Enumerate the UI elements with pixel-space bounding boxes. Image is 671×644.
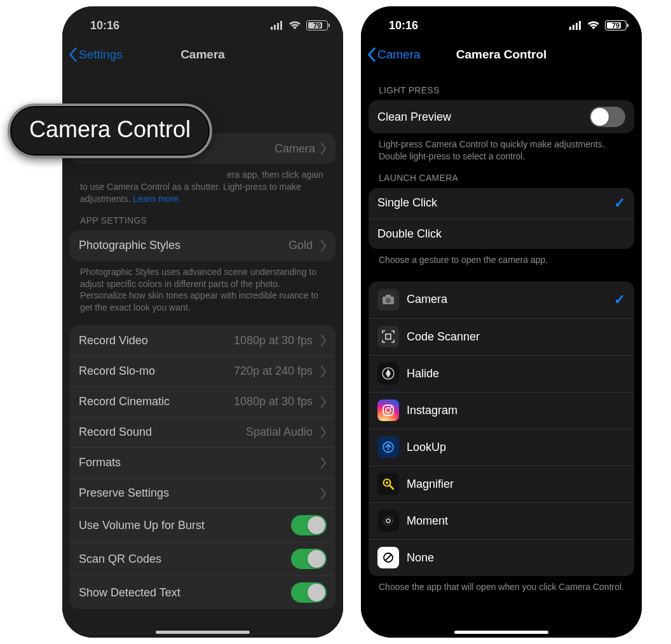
home-indicator: [156, 631, 250, 634]
svg-rect-3: [280, 21, 282, 30]
learn-more-link[interactable]: Learn more.: [133, 194, 180, 204]
app-row[interactable]: Magnifier: [369, 466, 634, 502]
right-phone: 10:16 79 Camera Camera Control: [361, 6, 642, 638]
back-label: Camera: [377, 48, 421, 62]
settings-row[interactable]: Preserve Settings: [70, 478, 336, 508]
settings-row[interactable]: Show Detected Text: [70, 575, 336, 609]
launch-footer: Choose a gesture to open the camera app.: [369, 249, 634, 266]
svg-point-15: [391, 406, 393, 408]
photographic-styles-row[interactable]: Photographic Styles Gold: [70, 231, 336, 261]
settings-row[interactable]: Use Volume Up for Burst: [70, 508, 336, 542]
row-label: Record Video: [79, 334, 226, 347]
cellular-icon: [271, 21, 283, 30]
svg-line-18: [390, 485, 393, 489]
callout-pill: Camera Control: [8, 104, 212, 158]
row-label: Code Scanner: [407, 330, 625, 344]
chevron-left-icon: [69, 48, 78, 62]
row-label: Single Click: [377, 196, 606, 210]
svg-point-21: [384, 516, 393, 525]
app-row[interactable]: None: [369, 539, 634, 576]
row-value: Gold: [288, 239, 313, 252]
wifi-icon: [587, 21, 600, 30]
row-label: Formats: [79, 456, 313, 469]
none-icon: [377, 547, 399, 568]
camera-control-footer: xxxxxxxxxxxxxxxxxxxxxxxxxxxxxxxxxera app…: [70, 164, 336, 205]
row-label: Photographic Styles: [79, 239, 281, 252]
svg-point-22: [386, 519, 390, 523]
row-label: Preserve Settings: [79, 486, 313, 500]
row-label: Double Click: [377, 227, 625, 241]
chevron-right-icon: [320, 457, 327, 469]
row-label: Halide: [407, 367, 625, 380]
svg-rect-5: [573, 25, 574, 30]
status-time: 10:16: [389, 19, 418, 32]
wifi-icon: [288, 21, 301, 30]
cellular-icon: [569, 21, 582, 30]
back-button[interactable]: Camera: [361, 48, 421, 62]
row-label: Clean Preview: [377, 111, 582, 124]
row-value: 1080p at 30 fps: [234, 395, 313, 408]
apps-footer: Choose the app that will open when you c…: [369, 576, 634, 593]
battery-icon: 79: [605, 20, 627, 30]
chevron-right-icon: [320, 488, 327, 499]
halide-icon: [377, 363, 399, 384]
settings-row[interactable]: Record Cinematic1080p at 30 fps: [70, 386, 336, 417]
back-button[interactable]: Settings: [62, 48, 123, 62]
row-label: Scan QR Codes: [79, 553, 283, 566]
left-phone: 10:16 79 Settings Camera: [62, 6, 343, 638]
settings-row[interactable]: Formats: [70, 447, 336, 478]
svg-rect-2: [277, 23, 279, 30]
toggle[interactable]: [291, 549, 327, 569]
app-row[interactable]: Camera✓: [369, 281, 634, 318]
status-bar: 10:16 79: [361, 6, 642, 41]
clean-preview-toggle[interactable]: [590, 107, 625, 127]
svg-rect-10: [386, 295, 391, 297]
chevron-left-icon: [367, 48, 376, 62]
row-label: Record Slo-mo: [79, 365, 226, 378]
moment-icon: [377, 510, 399, 532]
chevron-right-icon: [320, 240, 327, 252]
svg-rect-0: [271, 27, 273, 30]
clean-preview-row[interactable]: Clean Preview: [369, 100, 634, 133]
settings-row[interactable]: Record Slo-mo720p at 240 fps: [70, 356, 336, 386]
qr-icon: [377, 326, 399, 347]
app-row[interactable]: Code Scanner: [369, 318, 634, 355]
section-header-app-settings: APP SETTINGS: [70, 205, 336, 231]
row-label: Use Volume Up for Burst: [79, 519, 283, 532]
home-indicator: [454, 631, 548, 634]
svg-rect-11: [386, 334, 391, 339]
section-header-light-press: LIGHT PRESS: [369, 75, 634, 100]
toggle[interactable]: [291, 515, 327, 535]
magnifier-icon: [377, 473, 399, 495]
row-label: Record Sound: [79, 426, 238, 439]
settings-row[interactable]: Record SoundSpatial Audio: [70, 417, 336, 447]
row-label: Moment: [407, 514, 625, 528]
back-label: Settings: [79, 48, 123, 62]
row-label: Show Detected Text: [79, 586, 283, 600]
app-row[interactable]: Instagram: [369, 392, 634, 429]
svg-point-14: [386, 408, 391, 413]
settings-row[interactable]: Record Video1080p at 30 fps: [70, 325, 336, 356]
row-value: Camera: [274, 142, 315, 156]
launch-option-row[interactable]: Double Click: [369, 218, 634, 249]
chevron-right-icon: [320, 396, 327, 408]
row-label: Record Cinematic: [79, 395, 226, 408]
battery-icon: 79: [306, 20, 328, 30]
app-row[interactable]: Halide: [369, 355, 634, 392]
row-value: Spatial Audio: [246, 426, 313, 439]
status-time: 10:16: [90, 19, 119, 32]
app-row[interactable]: Moment: [369, 502, 634, 539]
camera-icon: [377, 289, 399, 311]
settings-row[interactable]: Scan QR Codes: [70, 542, 336, 575]
lookup-icon: [377, 436, 399, 458]
app-row[interactable]: LookUp: [369, 429, 634, 466]
checkmark-icon: ✓: [614, 292, 625, 308]
svg-rect-7: [579, 21, 581, 30]
chevron-right-icon: [320, 427, 327, 438]
row-label: LookUp: [407, 441, 625, 454]
toggle[interactable]: [291, 582, 327, 603]
row-label: Magnifier: [407, 478, 625, 491]
svg-rect-1: [274, 25, 276, 30]
row-value: 1080p at 30 fps: [234, 334, 313, 347]
launch-option-row[interactable]: Single Click✓: [369, 188, 634, 218]
